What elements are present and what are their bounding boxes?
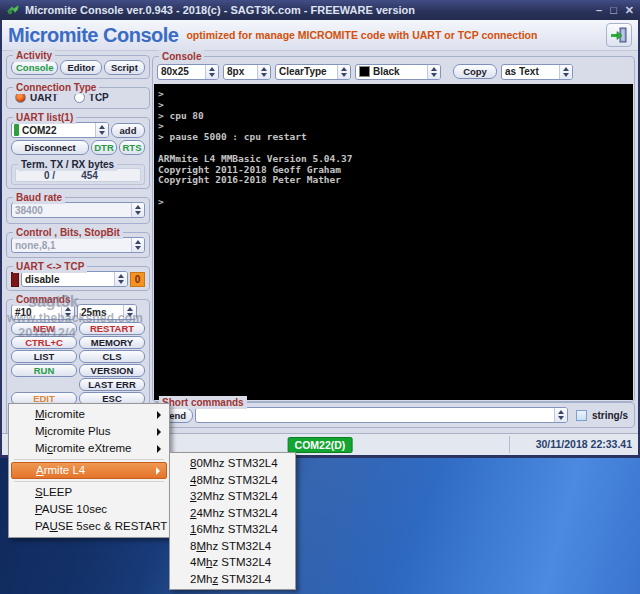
sidebar: Activity Console Editor Script Connectio…: [6, 50, 150, 430]
menu-item-24mhz-stm32l4[interactable]: 24Mhz STM32L4: [172, 505, 293, 522]
terminal-output[interactable]: > > > cpu 80 > > pause 5000 : cpu restar…: [154, 84, 633, 400]
submenu-arrow-icon: [157, 428, 161, 436]
connection-type-label: Connection Type: [13, 81, 99, 94]
command-input-combo[interactable]: [195, 407, 568, 423]
console-toolbar: 80x25 8px ClearType Black: [157, 61, 630, 81]
status-bar-separator: [509, 436, 510, 453]
baud-rate-label: Baud rate: [13, 191, 65, 204]
script-tab-button[interactable]: Script: [104, 60, 145, 75]
command-suffix-select[interactable]: #10: [11, 304, 75, 320]
app-window: Micromite Console ver.0.943 - 2018(c) - …: [0, 0, 640, 458]
menu-item-48mhz-stm32l4[interactable]: 48Mhz STM32L4: [172, 472, 293, 489]
datetime-label: 30/11/2018 22:33.41: [536, 438, 632, 450]
menu-item-pause-10sec[interactable]: PAUSE 10sec: [11, 501, 167, 518]
ctrl-c-button[interactable]: CTRL+C: [11, 336, 77, 349]
maximize-button[interactable]: □: [610, 3, 617, 17]
menu-separator: [14, 481, 164, 482]
font-size-spinner[interactable]: [257, 65, 270, 79]
command-history-spinner[interactable]: [554, 408, 567, 422]
font-size-select[interactable]: 8px: [223, 64, 271, 80]
desktop-background: Micromite Console ver.0.943 - 2018(c) - …: [0, 0, 640, 594]
app-title: Micromite Console: [8, 24, 178, 47]
terminal-size-spinner[interactable]: [205, 65, 218, 79]
copy-mode-select[interactable]: as Text: [501, 64, 573, 80]
connection-type-group: Connection Type UART TCP: [6, 87, 150, 109]
menu-item-micromite-extreme[interactable]: Micromite eXtreme: [11, 440, 167, 457]
background-color-select[interactable]: Black: [355, 64, 441, 80]
close-button[interactable]: ✕: [625, 3, 634, 17]
uart-list-label: UART list(1): [13, 111, 76, 124]
control-bits-group: Control , Bits, StopBit none,8,1: [6, 232, 150, 258]
menu-item-pause-5sec-restart[interactable]: PAUSE 5sec & RESTART: [11, 518, 167, 535]
control-bits-select[interactable]: none,8,1: [11, 237, 145, 253]
console-tab-button[interactable]: Console: [11, 60, 58, 75]
editor-tab-button[interactable]: Editor: [60, 60, 101, 75]
memory-button[interactable]: MEMORY: [79, 336, 145, 349]
menu-item-sleep[interactable]: SLEEP: [11, 484, 167, 501]
grid-spacer: [11, 378, 77, 391]
exit-button[interactable]: [606, 23, 632, 47]
titlebar[interactable]: Micromite Console ver.0.943 - 2018(c) - …: [0, 0, 640, 20]
commands-label: Commands: [13, 293, 73, 306]
uart-tcp-count: 0: [130, 272, 145, 287]
version-button[interactable]: VERSION: [79, 364, 145, 377]
baud-rate-group: Baud rate 38400: [6, 197, 150, 224]
submenu-arrow-icon: [157, 411, 161, 419]
menu-item-32mhz-stm32l4[interactable]: 32Mhz STM32L4: [172, 488, 293, 505]
app-subtitle: optimized for manage MICROMITE code with…: [186, 29, 537, 41]
short-commands-group: Short commands send string/s: [152, 402, 635, 428]
uart-tcp-spinner[interactable]: [114, 272, 127, 286]
window-controls: – □ ✕: [596, 3, 634, 17]
last-err-button[interactable]: LAST ERR: [79, 378, 145, 391]
new-button[interactable]: NEW: [11, 322, 77, 335]
submenu-arrow-icon: [157, 445, 161, 453]
minimize-button[interactable]: –: [596, 3, 602, 17]
menu-item-80mhz-stm32l4[interactable]: 80Mhz STM32L4: [172, 455, 293, 472]
uart-tcp-select[interactable]: disable: [21, 271, 128, 287]
copy-mode-spinner[interactable]: [559, 65, 572, 79]
control-bits-spinner[interactable]: [131, 238, 144, 252]
menu-separator: [14, 459, 164, 460]
terminal-size-select[interactable]: 80x25: [157, 64, 219, 80]
main-panel: Console 80x25 8px ClearType: [152, 50, 635, 432]
color-swatch-icon: [359, 66, 370, 77]
command-input[interactable]: [196, 408, 554, 422]
disconnect-button[interactable]: Disconnect: [11, 140, 89, 155]
menu-item-micromite-plus[interactable]: Micromite Plus: [11, 423, 167, 440]
uart-list-group: UART list(1) COM22 add Disconnect DTR RT…: [6, 117, 150, 189]
command-suffix-spinner[interactable]: [61, 305, 74, 319]
control-bits-label: Control , Bits, StopBit: [13, 226, 123, 239]
copy-button[interactable]: Copy: [453, 64, 497, 79]
baud-rate-spinner[interactable]: [131, 203, 144, 217]
cls-button[interactable]: CLS: [79, 350, 145, 363]
smoothing-select[interactable]: ClearType: [275, 64, 351, 80]
port-status-badge: COM22(D): [288, 437, 353, 453]
menu-item-2mhz-stm32l4[interactable]: 2Mhz STM32L4: [172, 571, 293, 588]
dtr-button[interactable]: DTR: [91, 140, 117, 155]
rts-button[interactable]: RTS: [119, 140, 145, 155]
menu-item-4mhz-stm32l4[interactable]: 4Mhz STM32L4: [172, 554, 293, 571]
com-port-select[interactable]: COM22: [11, 122, 109, 138]
menu-item-8mhz-stm32l4[interactable]: 8Mhz STM32L4: [172, 538, 293, 555]
menu-item-micromite[interactable]: Micromite: [11, 406, 167, 423]
activity-group: Activity Console Editor Script: [6, 55, 150, 79]
command-delay-spinner[interactable]: [123, 305, 136, 319]
background-color-spinner[interactable]: [427, 65, 440, 79]
console-label: Console: [159, 50, 204, 63]
menu-item-16mhz-stm32l4[interactable]: 16Mhz STM32L4: [172, 521, 293, 538]
console-group: Console 80x25 8px ClearType: [152, 56, 635, 402]
restart-button[interactable]: RESTART: [79, 322, 145, 335]
baud-rate-select[interactable]: 38400: [11, 202, 145, 218]
app-icon: [6, 3, 20, 17]
term-bytes-box: Term. TX / RX bytes 0 / 454: [11, 164, 145, 185]
list-button[interactable]: LIST: [11, 350, 77, 363]
com-port-spinner[interactable]: [95, 123, 108, 137]
tx-bytes-value: 0 /: [44, 170, 55, 181]
uart-tcp-label: UART <-> TCP: [13, 260, 87, 273]
exit-door-icon: [610, 26, 628, 44]
command-delay-select[interactable]: 25ms: [77, 304, 137, 320]
run-button[interactable]: RUN: [11, 364, 77, 377]
add-port-button[interactable]: add: [111, 123, 145, 138]
menu-item-armite-l4[interactable]: Armite L4: [11, 462, 167, 479]
smoothing-spinner[interactable]: [337, 65, 350, 79]
